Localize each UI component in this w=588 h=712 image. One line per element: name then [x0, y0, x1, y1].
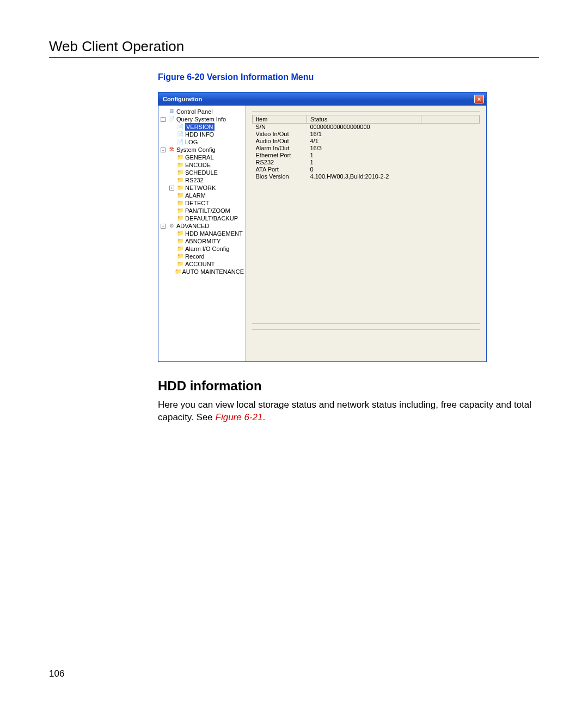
folder-icon: 📁: [176, 192, 184, 199]
tree-label: ABNORMITY: [185, 237, 220, 245]
folder-icon: 📁: [176, 253, 184, 260]
cell-status: 16/3: [307, 145, 421, 152]
table-row: RS2321: [253, 159, 480, 166]
doc-icon: 📄: [176, 139, 184, 145]
folder-icon: 📁: [176, 230, 184, 237]
doc-icon: 📄: [168, 116, 175, 122]
tool-icon: 🛠: [168, 146, 175, 153]
table-row: Audio In/Out4/1: [253, 138, 480, 145]
cell-status: 1: [307, 159, 421, 166]
cell-item: Ethernet Port: [253, 152, 307, 159]
table-row: Ethernet Port1: [253, 152, 480, 159]
folder-icon: 📁: [176, 245, 184, 252]
tree-rs232[interactable]: 📁RS232: [169, 176, 244, 184]
doc-icon: 📄: [176, 131, 184, 138]
tree-label: ENCODE: [185, 161, 211, 169]
folder-icon: 📁: [176, 177, 184, 183]
figure-caption: Figure 6-20 Version Information Menu: [158, 72, 539, 82]
version-info-table: Item Status S/N000000000000000000Video I…: [252, 115, 480, 180]
collapse-icon[interactable]: –: [161, 148, 166, 152]
cell-item: ATA Port: [253, 166, 307, 173]
content-rule-top: [252, 111, 480, 112]
table-row: Bios Version4.100.HW00.3,Build:2010-2-2: [253, 173, 480, 180]
folder-icon: 📁: [176, 185, 184, 191]
tree-record[interactable]: 📁Record: [169, 253, 244, 260]
collapse-icon[interactable]: –: [161, 117, 166, 122]
cell-item: S/N: [253, 124, 307, 131]
folder-icon: 📁: [176, 162, 184, 168]
body-text-1: Here you can view local storage status a…: [158, 400, 531, 422]
cell-status: 0: [307, 166, 421, 173]
table-row: S/N000000000000000000: [253, 124, 480, 131]
tree-label: ACCOUNT: [185, 260, 215, 268]
tree-label: DETECT: [185, 199, 209, 207]
cell-item: RS232: [253, 159, 307, 166]
collapse-icon[interactable]: –: [161, 224, 166, 229]
tree-encode[interactable]: 📁ENCODE: [169, 161, 244, 169]
tree-label: System Config: [176, 146, 216, 154]
screenshot: Configuration × 🖥 Control Panel: [158, 92, 539, 362]
config-window: Configuration × 🖥 Control Panel: [158, 92, 487, 362]
tree-version[interactable]: 📄VERSION: [169, 123, 244, 131]
close-button[interactable]: ×: [474, 95, 484, 103]
cell-item: Alarm In/Out: [253, 145, 307, 152]
col-status: Status: [307, 115, 421, 124]
tree-label: Control Panel: [176, 108, 213, 115]
tree-label: HDD MANAGEMENT: [185, 230, 243, 237]
page-number: 106: [49, 668, 64, 679]
tree-query-system-info[interactable]: – 📄 Query System Info: [161, 115, 244, 123]
cell-status: 4.100.HW00.3,Build:2010-2-2: [307, 173, 421, 180]
tree-account[interactable]: 📁ACCOUNT: [169, 260, 244, 268]
cell-status: 1: [307, 152, 421, 159]
tree-label: Query System Info: [176, 115, 226, 123]
tree-label: Record: [185, 253, 204, 260]
folder-icon: 📁: [176, 154, 184, 161]
table-row: Video In/Out16/1: [253, 131, 480, 138]
col-item: Item: [253, 115, 307, 124]
cell-item: Audio In/Out: [253, 138, 307, 145]
tree-label: SCHEDULE: [185, 169, 218, 176]
tree-schedule[interactable]: 📁SCHEDULE: [169, 169, 244, 176]
cell-status: 000000000000000000: [307, 124, 421, 131]
tree-system-config[interactable]: – 🛠 System Config: [161, 146, 244, 154]
monitor-icon: 🖥: [168, 108, 175, 115]
tree-detect[interactable]: 📁DETECT: [169, 199, 244, 207]
page-title: Web Client Operation: [49, 38, 539, 55]
folder-icon: 📁: [176, 207, 184, 214]
cell-status: 16/1: [307, 131, 421, 138]
tree-label: ADVANCED: [176, 222, 209, 230]
tree-network[interactable]: +📁NETWORK: [169, 184, 244, 192]
tree-label: AUTO MAINTENANCE: [182, 268, 244, 275]
tree-general[interactable]: 📁GENERAL: [169, 154, 244, 161]
expand-icon[interactable]: +: [169, 186, 174, 191]
tree-label: RS232: [185, 176, 204, 184]
tree-ptz[interactable]: 📁PAN/TILT/ZOOM: [169, 207, 244, 214]
tree-label: PAN/TILT/ZOOM: [185, 207, 230, 214]
col-spacer: [421, 115, 480, 124]
folder-icon: 📁: [176, 200, 184, 206]
folder-icon: 📁: [176, 261, 184, 267]
window-title: Configuration: [163, 96, 202, 102]
tree-root[interactable]: 🖥 Control Panel: [161, 108, 244, 115]
tree-hdd-management[interactable]: 📁HDD MANAGEMENT: [169, 230, 244, 237]
tree-abnormity[interactable]: 📁ABNORMITY: [169, 237, 244, 245]
cell-item: Bios Version: [253, 173, 307, 180]
tree-auto-maintenance[interactable]: 📁AUTO MAINTENANCE: [169, 268, 244, 275]
tree-label: GENERAL: [185, 154, 214, 161]
tree-alarm-io[interactable]: 📁Alarm I/O Config: [169, 245, 244, 253]
tree-label: DEFAULT/BACKUP: [185, 214, 238, 222]
tree-default-backup[interactable]: 📁DEFAULT/BACKUP: [169, 214, 244, 222]
content-rule-bottom: [252, 329, 480, 330]
tree-label: ALARM: [185, 192, 206, 199]
tree-advanced[interactable]: – ⚙ ADVANCED: [161, 222, 244, 230]
tree-log[interactable]: 📄LOG: [169, 138, 244, 146]
gear-icon: ⚙: [168, 223, 175, 229]
tree-alarm[interactable]: 📁ALARM: [169, 192, 244, 199]
content-pane: Item Status S/N000000000000000000Video I…: [246, 106, 486, 361]
section-heading: HDD information: [158, 378, 539, 394]
tree-hdd-info[interactable]: 📄HDD INFO: [169, 131, 244, 138]
tree-label: LOG: [185, 138, 198, 146]
body-paragraph: Here you can view local storage status a…: [158, 399, 539, 424]
tree-label: NETWORK: [185, 184, 216, 192]
folder-icon: 📁: [175, 268, 181, 275]
